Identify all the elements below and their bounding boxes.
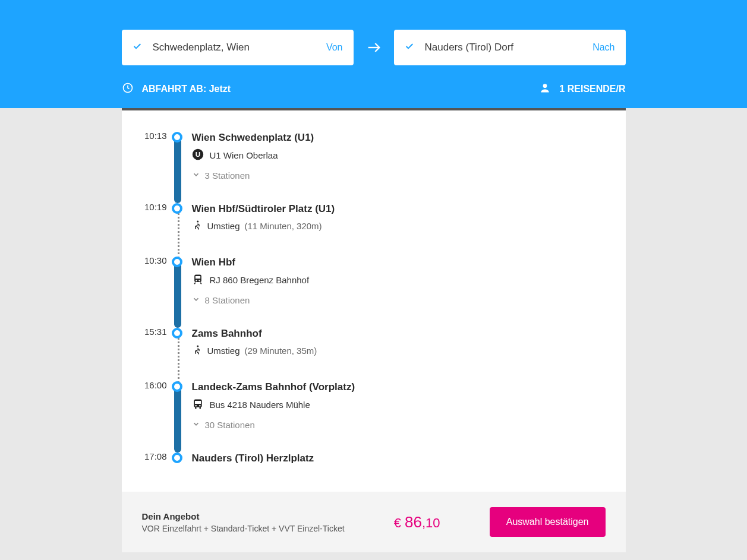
station-dot: [172, 203, 182, 214]
line-label: U1 Wien Oberlaa: [210, 150, 278, 160]
departure-time: 16:00: [138, 380, 167, 390]
svg-rect-7: [195, 276, 200, 279]
station-dot: [172, 132, 182, 143]
svg-point-9: [198, 280, 200, 281]
svg-line-10: [194, 283, 196, 284]
transfer-detail: (11 Minuten, 320m): [245, 221, 322, 231]
svg-rect-18: [199, 407, 201, 409]
check-icon: [133, 42, 142, 53]
clock-icon: [122, 82, 134, 96]
chevron-down-icon: [192, 420, 200, 430]
expand-stations[interactable]: 3 Stationen: [192, 170, 609, 181]
track-dotted: [178, 209, 179, 259]
bus-icon: [192, 398, 204, 412]
svg-text:U: U: [195, 150, 200, 158]
person-icon: [539, 82, 551, 96]
departure-time: 10:13: [138, 131, 167, 141]
station-dot: [172, 257, 182, 267]
travelers-label: 1 REISENDE/R: [559, 84, 625, 94]
train-icon: [192, 273, 204, 287]
track-solid: [174, 384, 181, 453]
svg-point-8: [196, 280, 197, 281]
stations-count: 8 Stationen: [205, 295, 250, 305]
offer-block: Dein Angebot VOR Einzelfahrt + Standard-…: [142, 511, 345, 533]
svg-rect-14: [195, 401, 201, 404]
confirm-button[interactable]: Auswahl bestätigen: [490, 507, 606, 537]
stations-count: 3 Stationen: [205, 170, 250, 181]
track-solid: [174, 259, 181, 328]
transfer-detail: (29 Minuten, 35m): [245, 346, 317, 356]
arrival-station: Zams Bahnhof: [192, 328, 609, 340]
departure-time-button[interactable]: ABFAHRT AB: Jetzt: [122, 82, 231, 96]
svg-point-5: [197, 221, 198, 223]
arrival-station: Wien Hbf/Südtiroler Platz (U1): [192, 203, 609, 215]
transfer-label: Umstieg: [207, 221, 240, 231]
arrival-station: Nauders (Tirol) Herzlplatz: [192, 453, 609, 464]
expand-stations[interactable]: 8 Stationen: [192, 295, 609, 305]
line-info: RJ 860 Bregenz Bahnhof: [192, 273, 609, 287]
line-label: Bus 4218 Nauders Mühle: [210, 400, 310, 410]
transfer-info: Umstieg (11 Minuten, 320m): [192, 220, 609, 232]
svg-line-11: [200, 283, 201, 284]
stations-count: 30 Stationen: [205, 420, 255, 430]
ubahn-icon: U: [192, 148, 204, 162]
arrival-time: 17:08: [138, 451, 167, 461]
transfer-info: Umstieg (29 Minuten, 35m): [192, 344, 609, 357]
svg-point-12: [197, 346, 198, 347]
travelers-button[interactable]: 1 REISENDE/R: [539, 82, 625, 96]
chevron-down-icon: [192, 170, 200, 181]
offer-title: Dein Angebot: [142, 511, 345, 521]
departure-station: Wien Schwedenplatz (U1): [192, 132, 609, 144]
station-dot: [172, 328, 182, 338]
price: € 86,10: [394, 513, 440, 531]
from-label: Von: [326, 42, 343, 53]
svg-rect-17: [195, 407, 197, 409]
svg-point-15: [195, 405, 197, 407]
track-dotted: [178, 334, 179, 384]
svg-point-2: [543, 84, 547, 88]
svg-point-16: [199, 405, 201, 407]
chevron-down-icon: [192, 295, 200, 305]
departure-station: Landeck-Zams Bahnhof (Vorplatz): [192, 381, 609, 393]
offer-subtitle: VOR Einzelfahrt + Standard-Ticket + VVT …: [142, 524, 345, 533]
line-label: RJ 860 Bregenz Bahnhof: [210, 275, 310, 285]
to-input[interactable]: Nauders (Tirol) Dorf Nach: [394, 30, 626, 65]
transfer-label: Umstieg: [207, 346, 240, 356]
arrival-time: 10:19: [138, 202, 167, 212]
departure-time: 10:30: [138, 255, 167, 265]
swap-arrow-icon[interactable]: [365, 39, 382, 56]
to-label: Nach: [592, 42, 614, 53]
departure-station: Wien Hbf: [192, 257, 609, 268]
line-info: Bus 4218 Nauders Mühle: [192, 398, 609, 412]
line-info: U U1 Wien Oberlaa: [192, 148, 609, 162]
to-value: Nauders (Tirol) Dorf: [425, 42, 593, 53]
from-value: Schwedenplatz, Wien: [153, 42, 326, 53]
expand-stations[interactable]: 30 Stationen: [192, 420, 609, 430]
track-solid: [174, 134, 181, 203]
departure-label: ABFAHRT AB: Jetzt: [142, 84, 231, 94]
check-icon: [405, 42, 414, 53]
station-dot: [172, 453, 182, 463]
walk-icon: [192, 220, 203, 232]
arrival-time: 15:31: [138, 327, 167, 337]
from-input[interactable]: Schwedenplatz, Wien Von: [122, 30, 354, 65]
station-dot: [172, 381, 182, 392]
walk-icon: [192, 344, 203, 357]
